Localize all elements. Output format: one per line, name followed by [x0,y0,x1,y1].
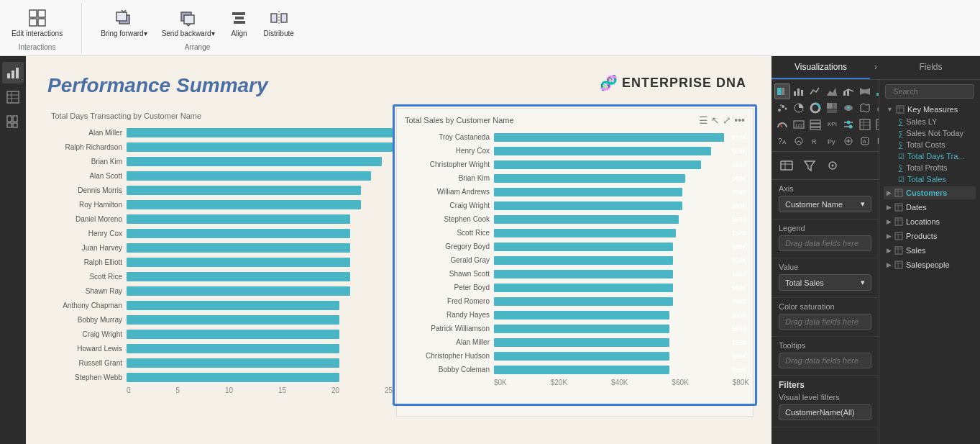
left-bar-container: 20 [127,373,393,382]
fields-group-customers-header[interactable]: ▶ Customers [884,186,976,199]
right-chart-wrapper[interactable]: Total Sales by Customer Name ☰ ↖ ⤢ ••• T… [396,108,754,417]
vis-icon-waterfall[interactable] [874,83,879,99]
vis-icon-scatter[interactable] [774,100,790,116]
left-bar-fill [127,142,393,152]
right-chart-title: Total Sales by Customer Name [405,116,514,124]
filter-item[interactable]: CustomerName(All) [779,404,871,420]
panel-tabs: Visualizations › Fields [771,56,980,80]
customers-table-icon [894,189,903,197]
vis-icons-grid: 123 KPI [771,80,879,152]
fields-item-sales-not-today[interactable]: ∑ Sales Not Today [884,127,976,139]
right-bar-row: Brian Kim $60K [400,172,749,184]
vis-icon-ribbon[interactable] [857,83,873,99]
tooltips-placeholder: Drag data fields here [785,356,858,365]
left-panel-bookmark-icon[interactable] [2,111,24,132]
left-bar-fill [127,301,339,310]
products-chevron: ▶ [887,232,892,240]
vis-icon-key-influencers[interactable] [791,133,807,149]
right-bar-container: $56K [494,270,749,278]
send-backward-button[interactable]: Send backward▾ [157,5,219,40]
left-bar-fill [127,243,350,253]
filter-icon[interactable] [800,156,819,175]
axis-dropdown-icon[interactable]: ▾ [861,199,865,209]
fields-group-products-header[interactable]: ▶ Products [884,230,976,243]
tooltips-drop-target[interactable]: Drag data fields here [779,353,871,368]
fields-icon[interactable] [777,156,796,175]
vis-icon-donut[interactable] [807,100,823,116]
svg-rect-19 [12,71,14,78]
right-bar-value: $56K [731,257,747,264]
fields-item-total-costs[interactable]: ∑ Total Costs [884,139,976,150]
vis-icon-area[interactable] [824,83,840,99]
vis-icon-qna[interactable]: ?A [774,133,790,149]
value-section: Value Total Sales ▾ [771,258,879,298]
svg-rect-28 [13,123,17,127]
fields-group-key-measures-header[interactable]: ▼ Key Measures [884,103,976,116]
align-button[interactable]: Align [225,5,254,40]
vis-icon-map-shape[interactable] [857,100,873,116]
vis-icon-custom3[interactable]: R [874,133,879,149]
vis-icon-custom1[interactable] [841,133,856,149]
vis-icon-custom2[interactable]: A [857,133,873,149]
distribute-button[interactable]: Distribute [260,5,298,40]
fields-group-locations-header[interactable]: ▶ Locations [884,215,976,228]
fields-group-salespeople-header[interactable]: ▶ Salespeople [884,258,976,271]
left-bar-container: 21 [127,272,393,281]
fields-group-dates-header[interactable]: ▶ Dates [884,201,976,214]
value-dropdown-icon[interactable]: ▾ [861,278,865,287]
expand-icon[interactable]: ⤢ [723,114,731,126]
fields-search-input[interactable] [893,87,980,96]
value-field-value: Total Sales [785,278,824,287]
fields-group-locations: ▶ Locations [884,215,976,228]
vis-icon-kpi[interactable]: KPI [824,117,840,132]
axis-section: Axis Customer Name ▾ [771,180,879,219]
format-icon[interactable] [823,156,842,175]
vis-icon-slicer[interactable] [841,117,856,132]
left-bar-container: 22 [127,200,393,209]
vis-icon-pie[interactable] [791,100,807,116]
vis-icon-map-filled[interactable] [841,100,856,116]
fields-item-total-profits[interactable]: ∑ Total Profits [884,162,976,173]
value-field[interactable]: Total Sales ▾ [779,274,871,291]
vis-icon-combo[interactable] [841,83,856,99]
vis-icon-treemap[interactable] [824,100,840,116]
vis-icon-r-script[interactable]: R [807,133,823,149]
axis-field[interactable]: Customer Name ▾ [779,196,871,212]
right-bar-fill [494,215,679,224]
fields-group-sales-header[interactable]: ▶ Sales [884,244,976,257]
left-bar-label: Alan Scott [47,172,127,180]
svg-rect-106 [897,106,904,113]
bring-forward-button[interactable]: Bring forward▾ [96,5,151,40]
vis-icon-column[interactable] [791,83,807,99]
vis-icon-stacked-bar[interactable] [774,83,790,99]
right-bar-container: $72K [494,133,749,142]
hamburger-icon[interactable]: ☰ [699,114,708,126]
tab-visualizations[interactable]: Visualizations [771,56,870,79]
left-bar-row: Craig Wright 20 [47,327,393,340]
fields-item-sales-ly[interactable]: ∑ Sales LY [884,116,976,127]
edit-interactions-button[interactable]: Edit interactions [7,5,67,40]
more-options-icon[interactable]: ••• [734,114,745,126]
vis-icon-table-vis[interactable] [857,117,873,132]
legend-drop-target[interactable]: Drag data fields here [779,235,871,251]
right-bar-row: William Andrews $59K [400,186,749,198]
tab-fields[interactable]: Fields [881,56,980,79]
color-saturation-drop-target[interactable]: Drag data fields here [779,314,871,330]
vis-icon-line[interactable] [807,83,823,99]
vis-icon-multi-row-card[interactable] [807,117,823,132]
left-bar-fill [127,344,339,353]
left-chart[interactable]: Total Days Transacting by Customer Name … [44,108,396,417]
left-bar-container: 20 [127,358,393,368]
vis-icon-gauge[interactable] [774,117,790,132]
align-icon [229,8,249,28]
vis-icon-python[interactable]: Py [824,133,840,149]
locations-group-name: Locations [906,217,940,226]
vis-icon-card[interactable]: 123 [791,117,807,132]
right-bar-fill [494,270,673,278]
fields-item-total-sales[interactable]: ☑ Total Sales [884,173,976,185]
fields-item-total-days[interactable]: ☑ Total Days Tra... [884,150,976,162]
left-panel-bar-chart-icon[interactable] [2,62,24,83]
left-panel-table-icon[interactable] [2,86,24,108]
vis-icon-matrix[interactable] [874,117,879,132]
vis-icon-map-bubble[interactable] [874,100,879,116]
